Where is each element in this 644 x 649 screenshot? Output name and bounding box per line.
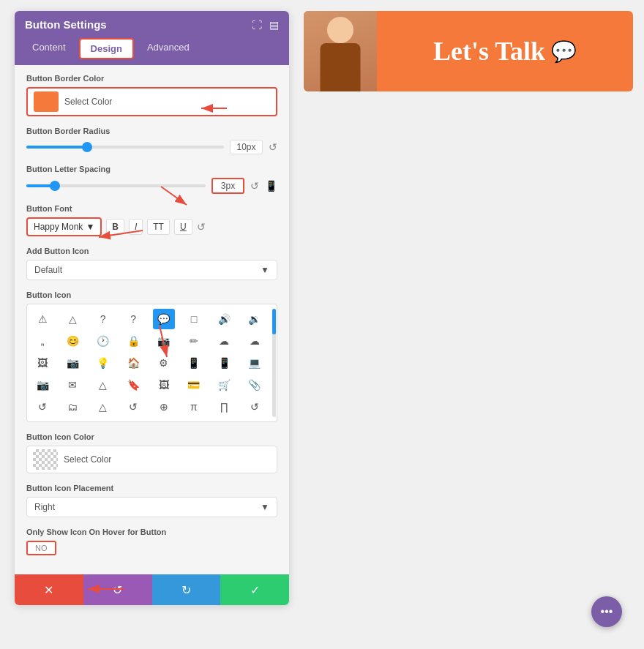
icon-cell-chat[interactable]: 💬 [153,309,175,329]
letter-spacing-mobile-icon[interactable]: 📱 [265,180,277,192]
font-underline-btn[interactable]: U [174,219,192,235]
icon-cell-phone[interactable]: 📱 [183,353,205,373]
letter-spacing-slider-thumb[interactable] [50,181,60,191]
icon-color-box[interactable] [33,449,58,470]
icon-cell-speaker-high[interactable]: 🔊 [213,309,235,329]
icon-cell-quote[interactable]: „ [31,331,53,351]
letter-spacing-reset-icon[interactable]: ↺ [250,180,259,192]
preview-text: Let's Talk 💬 [377,36,633,67]
letter-spacing-value[interactable]: 3px [211,178,244,194]
icon-cell-gear[interactable]: ⚙ [153,353,175,373]
save-button[interactable]: ✓ [220,574,289,605]
layout-icon[interactable]: ▤ [269,19,279,31]
icon-cell-square[interactable]: □ [183,309,205,329]
icon-cell-mail[interactable]: ✉ [61,375,83,395]
icon-color-selector[interactable]: Select Color [26,446,277,473]
add-icon-label: Add Button Icon [26,247,277,255]
icon-cell-bookmark[interactable]: 🔖 [122,375,144,395]
letter-spacing-slider-track[interactable] [26,184,206,187]
icon-cell-laptop[interactable]: 💻 [244,353,266,373]
icon-cell-tablet[interactable]: 📱 [213,353,235,373]
panel-footer: ✕ ↺ ↻ ✓ [15,574,289,605]
icon-cell-question[interactable]: ? [92,309,114,329]
hover-toggle-no[interactable]: NO [26,541,56,555]
preview-banner: Let's Talk 💬 [304,11,633,91]
tab-advanced[interactable]: Advanced [137,38,200,59]
icon-placement-dropdown[interactable]: Right ▼ [26,497,277,517]
icon-cell-arc[interactable]: ↺ [244,397,266,417]
border-color-selector[interactable]: Select Color [26,87,277,116]
border-radius-group: Button Border Radius 10px ↺ [26,127,277,154]
font-reset-icon[interactable]: ↺ [197,221,206,233]
undo-button[interactable]: ↺ [83,574,152,605]
icon-scrollbar-thumb [272,309,276,334]
redo-button[interactable]: ↻ [152,574,221,605]
preview-chat-icon: 💬 [551,40,577,64]
icon-cell-camera[interactable]: 📷 [153,331,175,351]
cancel-button[interactable]: ✕ [15,574,83,605]
panel-header-icons: ⛶ ▤ [252,19,279,31]
panel-header: Button Settings ⛶ ▤ [15,11,289,38]
icon-grid: ⚠ △ ? ? 💬 □ 🔊 🔉 „ 😊 🕐 🔒 📷 ✏ ☁ ☁ [31,309,272,417]
border-radius-slider-track[interactable] [26,146,224,149]
icon-cell-triangle[interactable]: △ [61,309,83,329]
hover-icon-group: Only Show Icon On Hover for Button NO [26,528,277,555]
font-group: Button Font Happy Monk ▼ B I TT U ↺ [26,204,277,236]
icon-cell-img2[interactable]: 🖼 [153,375,175,395]
icon-cell-lock[interactable]: 🔒 [122,331,144,351]
person-body [321,43,361,91]
border-radius-reset-icon[interactable]: ↺ [269,141,277,153]
icon-cell-refresh[interactable]: ↺ [122,397,144,417]
icon-cell-smile[interactable]: 😊 [61,331,83,351]
icon-cell-home[interactable]: 🏠 [122,353,144,373]
icon-cell-pin[interactable]: 📎 [244,375,266,395]
icon-placement-value: Right [34,502,55,512]
icon-cell-tri2[interactable]: △ [92,375,114,395]
font-bold-btn[interactable]: B [106,219,124,235]
font-tt-btn[interactable]: TT [147,219,170,235]
icon-placement-group: Button Icon Placement Right ▼ [26,484,277,517]
icon-cell-cam2[interactable]: 📷 [31,375,53,395]
expand-icon[interactable]: ⛶ [252,19,262,31]
icon-cell-speaker-low[interactable]: 🔉 [244,309,266,329]
icon-cell-pencil[interactable]: ✏ [183,331,205,351]
icon-cell-cloud1[interactable]: ☁ [213,331,235,351]
icon-cell-cart[interactable]: 🛒 [213,375,235,395]
border-radius-label: Button Border Radius [26,127,277,135]
add-icon-value: Default [34,265,62,275]
icon-cell-undo[interactable]: ↺ [31,397,53,417]
border-color-box[interactable] [34,91,59,112]
tab-content[interactable]: Content [22,38,76,59]
border-color-label: Button Border Color [26,74,277,83]
add-icon-dropdown[interactable]: Default ▼ [26,260,277,280]
border-radius-value[interactable]: 10px [230,140,263,154]
border-radius-slider-thumb[interactable] [82,142,92,152]
toggle-row: NO [26,541,277,555]
icon-cell-card[interactable]: 💳 [183,375,205,395]
icon-cell-product[interactable]: ∏ [213,397,235,417]
icon-cell-clock[interactable]: 🕐 [92,331,114,351]
icon-cell-plus[interactable]: ⊕ [153,397,175,417]
icon-color-text: Select Color [64,454,111,465]
icon-cell-bulb[interactable]: 💡 [92,353,114,373]
hover-icon-label: Only Show Icon On Hover for Button [26,528,277,536]
icon-cell-tri3[interactable]: △ [92,397,114,417]
font-selector[interactable]: Happy Monk ▼ [26,217,102,236]
floating-menu-icon: ••• [601,605,613,618]
icon-cell-alert[interactable]: ⚠ [31,309,53,329]
icon-cell-folder[interactable]: 🗂 [61,397,83,417]
font-italic-btn[interactable]: I [129,219,143,235]
icon-cell-image[interactable]: 🖼 [31,353,53,373]
floating-menu-button[interactable]: ••• [591,596,622,627]
icon-color-group: Button Icon Color Select Color [26,432,277,473]
border-radius-slider-fill [26,146,86,149]
icon-cell-cloud2[interactable]: ☁ [244,331,266,351]
icon-grid-container: ⚠ △ ? ? 💬 □ 🔊 🔉 „ 😊 🕐 🔒 📷 ✏ ☁ ☁ [26,304,277,422]
tab-design[interactable]: Design [79,38,134,59]
icon-cell-question2[interactable]: ? [122,309,144,329]
icon-placement-arrow: ▼ [261,502,269,512]
preview-image [304,11,377,91]
icon-scrollbar-track[interactable] [272,309,276,417]
icon-cell-photo[interactable]: 📷 [61,353,83,373]
icon-cell-pi[interactable]: π [183,397,205,417]
